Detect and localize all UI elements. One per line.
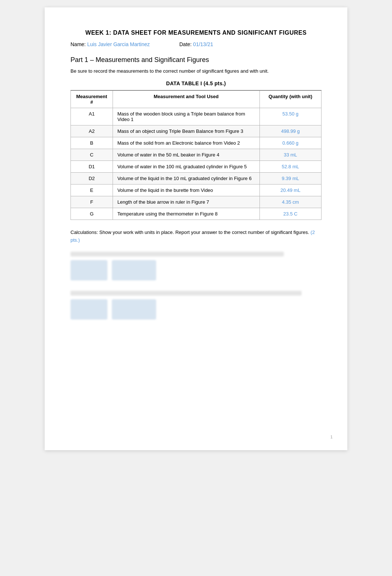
name-value: Luis Javier Garcia Martinez	[87, 41, 150, 47]
table-cell-num: D2	[71, 173, 113, 184]
table-cell-num: A1	[71, 108, 113, 125]
table-cell-measurement: Mass of an object using Triple Beam Bala…	[113, 125, 259, 137]
calc-box-2b	[112, 299, 156, 320]
page-title: WEEK 1: DATA SHEET FOR MEASUREMENTS AND …	[71, 30, 321, 36]
document-page: WEEK 1: DATA SHEET FOR MEASUREMENTS AND …	[45, 7, 347, 450]
table-cell-quantity: 33 mL	[259, 149, 321, 161]
table-row: D2Volume of the liquid in the 10 mL grad…	[71, 173, 321, 184]
table-cell-num: E	[71, 184, 113, 196]
table-cell-quantity: 498.99 g	[259, 125, 321, 137]
quantity-value: 498.99 g	[281, 128, 300, 134]
blurred-calculations	[71, 252, 321, 320]
col-header-num: Measurement#	[71, 90, 113, 108]
table-row: CVolume of water in the 50 mL beaker in …	[71, 149, 321, 161]
quantity-value: 20.49 mL	[281, 187, 300, 193]
date-label: Date:	[179, 41, 192, 47]
calc-item-2	[71, 291, 321, 320]
table-cell-num: A2	[71, 125, 113, 137]
table-cell-quantity: 0.660 g	[259, 137, 321, 149]
table-cell-quantity: 52.8 mL	[259, 161, 321, 173]
quantity-value: 33 mL	[284, 152, 297, 158]
calc-box-1b	[112, 260, 156, 280]
data-table: Measurement# Measurement and Tool Used Q…	[71, 90, 321, 220]
quantity-value: 23.5 C	[283, 211, 298, 217]
table-row: A2Mass of an object using Triple Beam Ba…	[71, 125, 321, 137]
name-label: Name:	[71, 41, 86, 47]
calc-box-1a	[71, 260, 107, 280]
quantity-value: 52.8 mL	[282, 164, 299, 169]
calculations-label: Calculations: Show your work with units …	[71, 230, 309, 235]
table-row: BMass of the solid from an Electronic ba…	[71, 137, 321, 149]
calc-line-2	[71, 291, 302, 296]
quantity-value: 53.50 g	[282, 111, 298, 117]
table-cell-measurement: Length of the blue arrow in ruler in Fig…	[113, 196, 259, 208]
table-row: GTemperature using the thermometer in Fi…	[71, 208, 321, 220]
quantity-value: 4.35 cm	[282, 199, 299, 205]
calc-boxes-2	[71, 299, 321, 320]
table-cell-num: F	[71, 196, 113, 208]
table-cell-num: G	[71, 208, 113, 220]
calc-box-2a	[71, 299, 107, 320]
name-field: Name: Luis Javier Garcia Martinez	[71, 41, 150, 47]
quantity-value: 0.660 g	[282, 140, 298, 146]
table-cell-measurement: Volume of the liquid in the burette from…	[113, 184, 259, 196]
col-header-quantity: Quantity (with unit)	[259, 90, 321, 108]
table-cell-measurement: Volume of the liquid in the 10 mL gradua…	[113, 173, 259, 184]
instructions-text: Be sure to record the measurements to th…	[71, 68, 321, 74]
table-row: A1Mass of the wooden block using a Tripl…	[71, 108, 321, 125]
page-number: 1	[330, 435, 333, 439]
calc-item-1	[71, 252, 321, 280]
table-row: EVolume of the liquid in the burette fro…	[71, 184, 321, 196]
quantity-value: 9.39 mL	[282, 176, 299, 181]
table-title: DATA TABLE I (4.5 pts.)	[71, 80, 321, 86]
table-cell-quantity: 53.50 g	[259, 108, 321, 125]
table-cell-num: C	[71, 149, 113, 161]
col-header-measurement: Measurement and Tool Used	[113, 90, 259, 108]
table-cell-quantity: 9.39 mL	[259, 173, 321, 184]
part1-heading: Part 1 – Measurements and Significant Fi…	[71, 56, 321, 64]
table-cell-num: D1	[71, 161, 113, 173]
date-value: 01/13/21	[193, 41, 213, 47]
calc-boxes-1	[71, 260, 321, 280]
table-cell-measurement: Mass of the solid from an Electronic bal…	[113, 137, 259, 149]
table-cell-num: B	[71, 137, 113, 149]
table-cell-measurement: Volume of water in the 50 mL beaker in F…	[113, 149, 259, 161]
table-row: FLength of the blue arrow in ruler in Fi…	[71, 196, 321, 208]
calculations-section: Calculations: Show your work with units …	[71, 229, 321, 244]
header-row: Name: Luis Javier Garcia Martinez Date: …	[71, 41, 321, 47]
date-field: Date: 01/13/21	[179, 41, 213, 47]
table-cell-measurement: Volume of water in the 100 mL graduated …	[113, 161, 259, 173]
table-cell-measurement: Mass of the wooden block using a Triple …	[113, 108, 259, 125]
table-cell-quantity: 23.5 C	[259, 208, 321, 220]
calc-line-1	[71, 252, 284, 256]
table-cell-quantity: 4.35 cm	[259, 196, 321, 208]
table-cell-quantity: 20.49 mL	[259, 184, 321, 196]
table-row: D1Volume of water in the 100 mL graduate…	[71, 161, 321, 173]
table-cell-measurement: Temperature using the thermometer in Fig…	[113, 208, 259, 220]
